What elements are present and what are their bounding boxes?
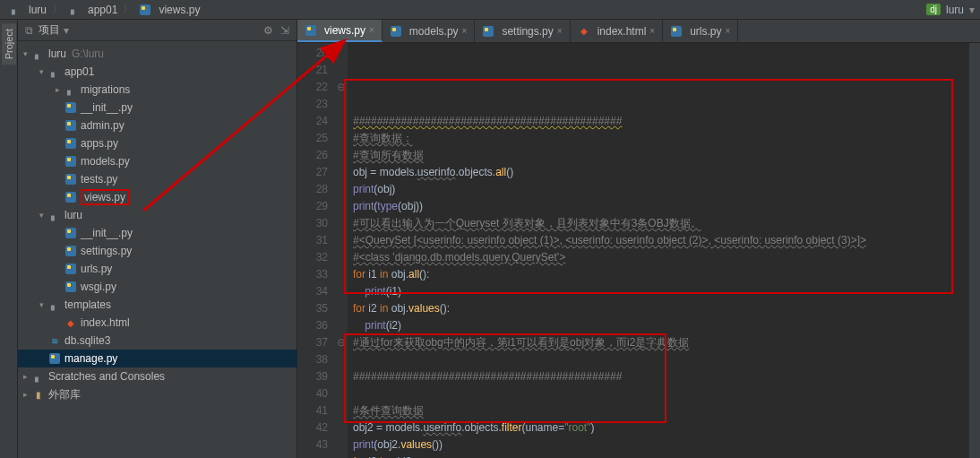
tree-node[interactable]: __init__.py [18, 224, 297, 242]
code-line[interactable]: print(type(obj)) [353, 198, 964, 215]
tree-node[interactable]: settings.py [18, 242, 297, 260]
code-line[interactable]: obj2 = models.userinfo.objects.filter(un… [353, 419, 964, 436]
editor-scrollbar[interactable] [969, 43, 980, 458]
close-icon[interactable]: × [649, 26, 655, 36]
fold-marker-icon [335, 198, 348, 215]
tree-node[interactable]: ▾▖luruG:\luru [18, 45, 297, 63]
line-gutter: 2021222324252627282930313233343536373839… [297, 43, 335, 458]
code-line[interactable]: for i2 in obj.values(): [353, 300, 964, 317]
line-number: 40 [297, 385, 328, 402]
breadcrumb-item[interactable]: ▖app01 [64, 2, 121, 18]
tree-node[interactable]: urls.py [18, 260, 297, 278]
editor-area: views.py×models.py×settings.py×◆index.ht… [297, 20, 980, 458]
breadcrumb-item[interactable]: ▖luru [5, 2, 50, 18]
project-panel: ⧉ 项目 ▾ ⚙ ⇲ ▾▖luruG:\luru▾▖app01▸▖migrati… [18, 20, 297, 458]
tree-node[interactable]: manage.py [18, 350, 297, 367]
fold-marker-icon[interactable]: ⊖ [335, 334, 348, 351]
line-number: 31 [297, 232, 328, 249]
tree-node[interactable]: tests.py [18, 170, 297, 188]
editor-tab[interactable]: urls.py× [663, 20, 738, 42]
panel-settings-icon[interactable]: ⚙ [263, 24, 273, 37]
tree-node[interactable]: ▸▮外部库 [18, 385, 297, 403]
tree-node[interactable]: ▸▖Scratches and Consoles [18, 367, 297, 385]
code-line[interactable]: #<QuerySet [<userinfo: userinfo object (… [353, 232, 964, 249]
fold-marker-icon [335, 436, 348, 454]
code-line[interactable]: print(obj) [353, 181, 964, 198]
editor-tabs: views.py×models.py×settings.py×◆index.ht… [297, 20, 980, 43]
tree-node[interactable]: __init__.py [18, 99, 297, 117]
close-icon[interactable]: × [726, 26, 731, 36]
code-line[interactable]: #查询所有数据 [353, 147, 964, 164]
code-line[interactable]: #条件查询数据 [353, 402, 964, 419]
code-line[interactable]: #可以看出输入为一个Queryset 列表对象，且列表对象中有3条OBJ数据。 [353, 215, 964, 232]
fold-marker-icon [335, 283, 348, 300]
fold-marker-icon [335, 249, 348, 266]
line-number: 33 [297, 266, 328, 283]
tree-node[interactable]: ▾▖templates [18, 296, 297, 314]
tree-node[interactable]: admin.py [18, 117, 297, 134]
editor-tab[interactable]: views.py× [297, 20, 383, 42]
close-icon[interactable]: × [462, 26, 468, 36]
fold-marker-icon [335, 45, 348, 62]
tree-node[interactable]: ▾▖app01 [18, 63, 297, 81]
fold-marker-icon [335, 113, 348, 130]
tree-node[interactable]: models.py [18, 152, 297, 170]
code-line[interactable]: ########################################… [353, 368, 964, 385]
fold-marker-icon[interactable]: ⊖ [335, 79, 348, 96]
fold-marker-icon [335, 402, 348, 419]
fold-marker-icon [335, 215, 348, 232]
project-tree[interactable]: ▾▖luruG:\luru▾▖app01▸▖migrations__init__… [18, 41, 297, 458]
fold-marker-icon [335, 232, 348, 249]
code-line[interactable]: print(i2) [353, 317, 964, 334]
run-config-dropdown[interactable]: luru [946, 4, 964, 16]
dropdown-arrow-icon[interactable]: ▾ [969, 4, 975, 16]
tree-node[interactable]: wsgi.py [18, 278, 297, 296]
breadcrumb-separator-icon: 〉 [123, 2, 133, 17]
code-content[interactable]: ########################################… [348, 43, 969, 458]
line-number: 34 [297, 283, 328, 300]
editor-tab[interactable]: settings.py× [475, 20, 570, 42]
panel-hide-icon[interactable]: ⇲ [280, 24, 289, 37]
tree-node[interactable]: ≋db.sqlite3 [18, 332, 297, 350]
line-number: 38 [297, 351, 328, 368]
line-number: 30 [297, 215, 328, 232]
breadcrumb-separator-icon: 〉 [52, 2, 63, 17]
code-line[interactable]: #<class 'django.db.models.query.QuerySet… [353, 249, 964, 266]
fold-marker-icon [335, 147, 348, 164]
line-number: 21 [297, 62, 328, 79]
fold-marker-icon [335, 164, 348, 181]
code-line[interactable] [353, 385, 964, 402]
fold-marker-icon [335, 317, 348, 334]
code-line[interactable]: for i3 in obj2: [353, 454, 964, 458]
close-icon[interactable]: × [557, 26, 563, 36]
line-number: 39 [297, 368, 328, 385]
tree-node[interactable]: apps.py [18, 134, 297, 152]
code-line[interactable]: print(i1) [353, 283, 964, 300]
panel-title: 项目 [39, 22, 60, 38]
code-line[interactable]: for i1 in obj.all(): [353, 266, 964, 283]
code-line[interactable]: obj = models.userinfo.objects.all() [353, 164, 964, 181]
fold-marker-icon [335, 300, 348, 317]
code-line[interactable]: #查询数据： [353, 130, 964, 147]
code-line[interactable]: #通过for来获取obg中的内容，第i1可以看到是obj对象，而i2是字典数据 [353, 334, 964, 351]
line-number: 43 [297, 436, 328, 454]
tree-node[interactable]: ▾▖luru [18, 206, 297, 224]
fold-marker-icon [335, 385, 348, 402]
code-line[interactable]: print(obj2.values()) [353, 436, 964, 454]
code-line[interactable] [353, 351, 964, 368]
fold-marker-icon [335, 419, 348, 436]
line-number: 42 [297, 419, 328, 436]
fold-column[interactable]: ⊖⊖ [335, 43, 348, 458]
tree-node[interactable]: ◆index.html [18, 314, 297, 332]
tree-node[interactable]: views.py [18, 188, 297, 206]
tree-node[interactable]: ▸▖migrations [18, 81, 297, 99]
fold-marker-icon [335, 266, 348, 283]
breadcrumb-item[interactable]: views.py [135, 2, 203, 18]
code-line[interactable]: ########################################… [353, 113, 964, 130]
close-icon[interactable]: × [369, 25, 374, 35]
tool-window-bar: Project [0, 20, 18, 458]
editor[interactable]: 2021222324252627282930313233343536373839… [297, 43, 980, 458]
editor-tab[interactable]: ◆index.html× [571, 20, 664, 42]
editor-tab[interactable]: models.py× [383, 20, 476, 42]
project-tool-tab[interactable]: Project [2, 23, 16, 65]
